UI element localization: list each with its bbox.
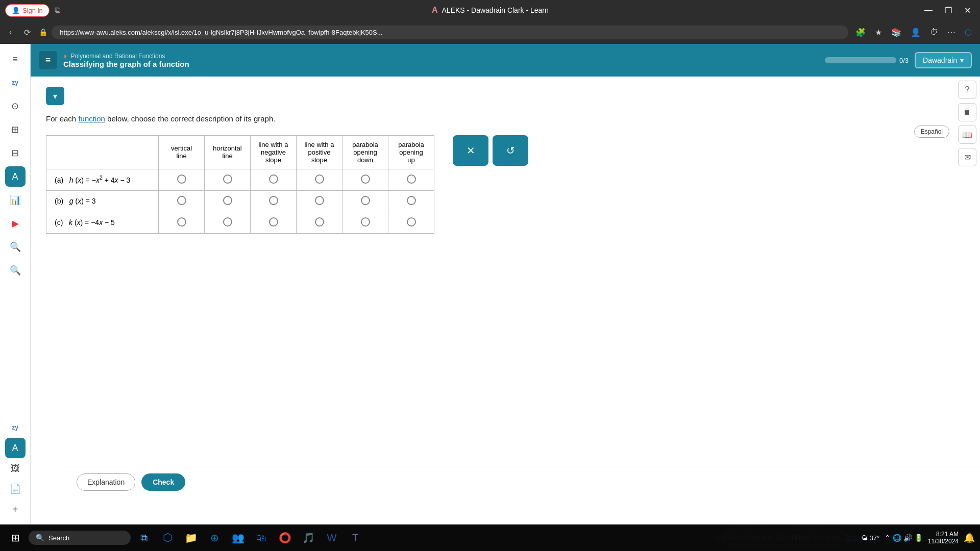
temperature-text: 37° — [870, 534, 880, 542]
radio-c-negative[interactable] — [269, 217, 278, 227]
profile-button[interactable]: 👤 — [908, 26, 924, 39]
radio-c-para-up[interactable] — [407, 217, 416, 227]
radio-c-positive[interactable] — [315, 217, 324, 227]
taskbar-task-view[interactable]: ⧉ — [134, 528, 154, 548]
radio-b-negative[interactable] — [269, 196, 278, 205]
start-button[interactable]: ⊞ — [5, 528, 26, 548]
sidebar-item-zy-bottom[interactable]: zy — [5, 417, 26, 438]
radio-b-horizontal[interactable] — [223, 196, 232, 205]
row-a-col-para-up[interactable] — [388, 169, 434, 190]
radio-a-horizontal[interactable] — [223, 174, 232, 184]
sidebar-item-aleks[interactable]: A — [5, 166, 26, 187]
mail-icon-button[interactable]: ✉ — [958, 148, 976, 166]
taskbar-teams-app[interactable]: 👥 — [228, 528, 248, 548]
row-a-col-positive[interactable] — [297, 169, 342, 190]
history-button[interactable]: ⏱ — [927, 26, 941, 39]
sidebar-item-search1[interactable]: 🔍 — [5, 237, 26, 257]
calculator-icon-button[interactable]: 🖩 — [958, 103, 976, 121]
radio-c-horizontal[interactable] — [223, 217, 232, 227]
row-c-col-vertical[interactable] — [159, 212, 205, 233]
sidebar-item-dots[interactable]: ⊙ — [5, 96, 26, 116]
radio-b-vertical[interactable] — [177, 196, 186, 205]
row-a-col-para-down[interactable] — [342, 169, 388, 190]
clear-button[interactable]: ✕ — [453, 135, 488, 166]
chevron-down-button[interactable]: ▾ — [46, 87, 64, 105]
row-c-col-para-down[interactable] — [342, 212, 388, 233]
row-b-col-positive[interactable] — [297, 190, 342, 212]
taskbar-explorer-app[interactable]: 📁 — [181, 528, 201, 548]
hamburger-menu-button[interactable]: ≡ — [39, 51, 57, 69]
check-button[interactable]: Check — [141, 473, 185, 491]
forward-button[interactable]: ⟳ — [20, 26, 35, 39]
taskbar-spotify-app[interactable]: 🎵 — [298, 528, 318, 548]
favorites-button[interactable]: ★ — [872, 26, 885, 39]
taskbar-search-bar[interactable]: 🔍 Search — [29, 531, 131, 545]
browser-tab[interactable]: A ALEKS - Dawadrain Clark - Learn — [65, 6, 915, 15]
taskbar-word-app[interactable]: W — [322, 528, 342, 548]
function-link[interactable]: function — [78, 114, 105, 123]
taskbar-store-app[interactable]: 🛍 — [251, 528, 272, 548]
row-b-col-vertical[interactable] — [159, 190, 205, 212]
row-a-col-horizontal[interactable] — [205, 169, 251, 190]
sidebar-item-add[interactable]: + — [5, 499, 26, 519]
espanol-button[interactable]: Español — [914, 126, 949, 138]
minimize-button[interactable]: — — [920, 4, 937, 17]
maximize-button[interactable]: ❐ — [941, 4, 956, 17]
col-header-parabola-up: parabola opening up — [388, 135, 434, 169]
sidebar-item-menu[interactable]: ≡ — [5, 49, 26, 69]
url-input[interactable] — [52, 26, 848, 39]
radio-a-para-down[interactable] — [361, 174, 370, 184]
radio-c-vertical[interactable] — [177, 217, 186, 227]
sign-in-button[interactable]: 👤 Sign in — [5, 4, 50, 17]
row-b-col-negative[interactable] — [251, 190, 297, 212]
row-b-col-horizontal[interactable] — [205, 190, 251, 212]
explanation-button[interactable]: Explanation — [77, 473, 135, 491]
edge-icon[interactable]: ⬡ — [962, 26, 975, 39]
row-c-col-negative[interactable] — [251, 212, 297, 233]
glossary-icon-button[interactable]: 📖 — [958, 126, 976, 144]
radio-a-vertical[interactable] — [177, 174, 186, 184]
extensions-button[interactable]: 🧩 — [852, 26, 869, 39]
table-action-area: vertical line horizontal line line with … — [46, 135, 939, 234]
row-c-col-positive[interactable] — [297, 212, 342, 233]
taskbar-teams2-app[interactable]: T — [345, 528, 365, 548]
radio-b-positive[interactable] — [315, 196, 324, 205]
red-dot-icon: ● — [63, 53, 67, 60]
radio-c-para-down[interactable] — [361, 217, 370, 227]
radio-b-para-down[interactable] — [361, 196, 370, 205]
radio-a-positive[interactable] — [315, 174, 324, 184]
right-sidebar: ? 🖩 📖 ✉ — [954, 77, 980, 170]
sidebar-item-image[interactable]: 🖼 — [5, 458, 26, 479]
taskbar-search-text: Search — [48, 534, 69, 542]
sidebar-item-aleks-bottom[interactable]: A — [5, 438, 26, 458]
row-c-col-para-up[interactable] — [388, 212, 434, 233]
row-b-col-para-up[interactable] — [388, 190, 434, 212]
row-b-col-para-down[interactable] — [342, 190, 388, 212]
clock-display[interactable]: 8:21 AM 11/30/2024 — [928, 531, 959, 545]
sidebar-item-search2[interactable]: 🔍 — [5, 260, 26, 281]
sidebar-item-video[interactable]: ▶ — [5, 213, 26, 234]
help-icon-button[interactable]: ? — [958, 81, 976, 99]
sidebar-item-zy[interactable]: zy — [5, 72, 26, 93]
row-c-col-horizontal[interactable] — [205, 212, 251, 233]
radio-a-negative[interactable] — [269, 174, 278, 184]
sidebar-item-doc[interactable]: 📄 — [5, 479, 26, 499]
notification-icon[interactable]: 🔔 — [964, 532, 975, 543]
reset-button[interactable]: ↺ — [493, 135, 528, 166]
taskbar-opera-app[interactable]: ⭕ — [275, 528, 295, 548]
sidebar-item-tiles[interactable]: ⊟ — [5, 143, 26, 163]
taskbar-dell-app[interactable]: ⊕ — [204, 528, 225, 548]
row-a-col-vertical[interactable] — [159, 169, 205, 190]
sidebar-item-grid[interactable]: ⊞ — [5, 119, 26, 140]
radio-b-para-up[interactable] — [407, 196, 416, 205]
sidebar-item-chart[interactable]: 📊 — [5, 190, 26, 210]
col-header-empty — [46, 135, 159, 169]
close-button[interactable]: ✕ — [960, 4, 975, 17]
user-menu-button[interactable]: Dawadrain ▾ — [915, 52, 972, 68]
row-a-col-negative[interactable] — [251, 169, 297, 190]
radio-a-para-up[interactable] — [407, 174, 416, 184]
taskbar-edge-app[interactable]: ⬡ — [157, 528, 178, 548]
more-button[interactable]: ⋯ — [944, 26, 959, 39]
collections-button[interactable]: 📚 — [888, 26, 904, 39]
back-button[interactable]: ‹ — [5, 26, 16, 39]
